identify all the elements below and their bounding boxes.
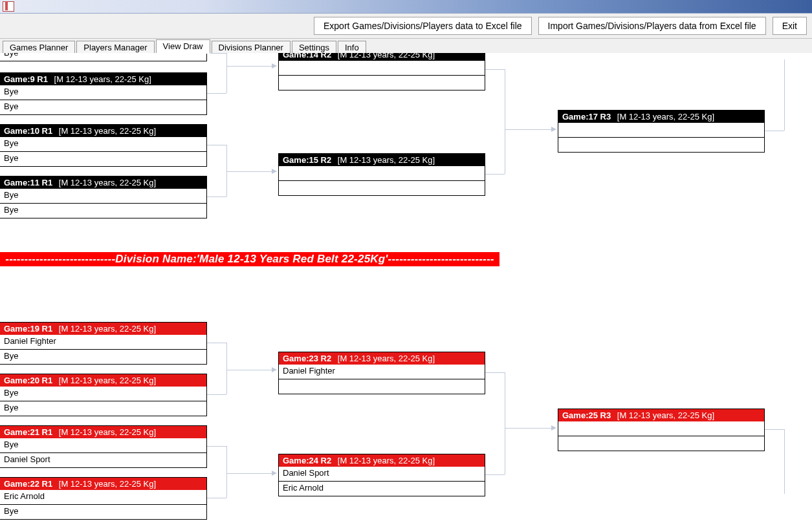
arrow-right-icon bbox=[272, 169, 277, 174]
game-title: Game:17 R3 bbox=[562, 112, 611, 122]
game-category: [M 12-13 years, 22-25 Kg] bbox=[54, 74, 151, 84]
game-title: Game:25 R3 bbox=[562, 410, 611, 420]
game-24-box[interactable]: Game:24 R2 [M 12-13 years, 22-25 Kg] Dan… bbox=[278, 454, 485, 496]
game-category: [M 12-13 years, 22-25 Kg] bbox=[59, 376, 156, 385]
tab-games-planner[interactable]: Games Planner bbox=[3, 41, 75, 54]
player-slot: Eric Arnold bbox=[0, 490, 206, 505]
connector bbox=[485, 372, 505, 373]
game-title: Game:22 R1 bbox=[4, 479, 52, 489]
game-category: [M 12-13 years, 22-25 Kg] bbox=[59, 427, 156, 437]
game-box[interactable]: Bye bbox=[0, 53, 207, 61]
tab-info[interactable]: Info bbox=[338, 41, 366, 54]
player-slot bbox=[558, 138, 764, 152]
connector bbox=[485, 474, 505, 475]
player-slot: Bye bbox=[0, 189, 206, 204]
player-slot: Daniel Sport bbox=[279, 467, 485, 482]
connector bbox=[207, 93, 226, 94]
arrow-right-icon bbox=[272, 471, 277, 476]
game-header: Game:9 R1 [M 12-13 years, 22-25 Kg] bbox=[0, 73, 206, 85]
game-17-box[interactable]: Game:17 R3 [M 12-13 years, 22-25 Kg] bbox=[558, 110, 765, 153]
player-slot: Bye bbox=[0, 137, 206, 152]
division-banner: -----------------------------Division Na… bbox=[0, 252, 499, 266]
connector bbox=[226, 171, 272, 172]
game-header: Game:19 R1 [M 12-13 years, 22-25 Kg] bbox=[0, 323, 206, 335]
game-15-box[interactable]: Game:15 R2 [M 12-13 years, 22-25 Kg] bbox=[278, 153, 485, 196]
game-header: Game:14 R2 [M 12-13 years, 22-25 Kg] bbox=[279, 53, 485, 61]
game-title: Game:21 R1 bbox=[4, 427, 52, 437]
game-category: [M 12-13 years, 22-25 Kg] bbox=[338, 155, 435, 165]
arrow-right-icon bbox=[272, 367, 277, 372]
game-20-box[interactable]: Game:20 R1 [M 12-13 years, 22-25 Kg] Bye… bbox=[0, 374, 207, 416]
player-slot: Bye bbox=[0, 438, 206, 453]
tab-settings[interactable]: Settings bbox=[292, 41, 336, 54]
toolbar: Export Games/Divisions/Players data to E… bbox=[0, 14, 812, 39]
player-slot bbox=[558, 436, 764, 451]
game-category: [M 12-13 years, 22-25 Kg] bbox=[617, 410, 714, 420]
connector bbox=[207, 145, 226, 145]
tab-divisions-planner[interactable]: Divisions Planner bbox=[212, 41, 291, 54]
game-title: Game:15 R2 bbox=[283, 155, 331, 165]
game-header: Game:10 R1 [M 12-13 years, 22-25 Kg] bbox=[0, 125, 206, 137]
game-title: Game:9 R1 bbox=[4, 74, 48, 84]
player-slot: Bye bbox=[0, 350, 206, 364]
connector bbox=[505, 428, 551, 429]
player-slot: Bye bbox=[0, 85, 206, 100]
game-11-box[interactable]: Game:11 R1 [M 12-13 years, 22-25 Kg] Bye… bbox=[0, 176, 207, 218]
game-9-box[interactable]: Game:9 R1 [M 12-13 years, 22-25 Kg] Bye … bbox=[0, 72, 207, 115]
game-25-box[interactable]: Game:25 R3 [M 12-13 years, 22-25 Kg] bbox=[558, 409, 765, 451]
connector bbox=[207, 343, 226, 343]
connector bbox=[784, 429, 785, 494]
window-titlebar bbox=[0, 0, 812, 14]
player-slot bbox=[279, 76, 485, 90]
game-title: Game:23 R2 bbox=[283, 354, 331, 363]
player-slot bbox=[279, 181, 485, 195]
connector bbox=[207, 53, 226, 54]
arrow-right-icon bbox=[551, 425, 556, 431]
game-category: [M 12-13 years, 22-25 Kg] bbox=[59, 126, 156, 136]
player-slot: Bye bbox=[0, 505, 206, 519]
player-slot: Daniel Fighter bbox=[0, 335, 206, 350]
game-category: [M 12-13 years, 22-25 Kg] bbox=[59, 324, 156, 334]
game-header: Game:20 R1 [M 12-13 years, 22-25 Kg] bbox=[0, 374, 206, 387]
game-header: Game:25 R3 [M 12-13 years, 22-25 Kg] bbox=[558, 409, 764, 421]
import-button[interactable]: Import Games/Divisions/Players data from… bbox=[538, 17, 766, 35]
player-slot: Bye bbox=[0, 204, 206, 218]
player-slot: Bye bbox=[0, 53, 206, 61]
game-title: Game:24 R2 bbox=[283, 456, 331, 465]
connector bbox=[226, 66, 272, 67]
tabbar: Games Planner Players Manager View Draw … bbox=[0, 39, 812, 54]
export-button[interactable]: Export Games/Divisions/Players data to E… bbox=[314, 17, 532, 35]
tab-players-manager[interactable]: Players Manager bbox=[76, 41, 154, 54]
connector bbox=[207, 394, 226, 395]
player-slot: Daniel Fighter bbox=[279, 365, 485, 379]
game-title: Game:10 R1 bbox=[4, 126, 52, 136]
connector bbox=[784, 59, 785, 131]
game-23-box[interactable]: Game:23 R2 [M 12-13 years, 22-25 Kg] Dan… bbox=[278, 352, 485, 394]
tab-view-draw[interactable]: View Draw bbox=[156, 39, 210, 54]
game-category: [M 12-13 years, 22-25 Kg] bbox=[338, 456, 435, 465]
connector bbox=[207, 197, 226, 197]
player-slot bbox=[558, 123, 764, 138]
connector bbox=[207, 498, 226, 498]
game-10-box[interactable]: Game:10 R1 [M 12-13 years, 22-25 Kg] Bye… bbox=[0, 124, 207, 167]
game-22-box[interactable]: Game:22 R1 [M 12-13 years, 22-25 Kg] Eri… bbox=[0, 477, 207, 520]
connector bbox=[226, 145, 227, 197]
player-slot bbox=[279, 379, 485, 394]
game-21-box[interactable]: Game:21 R1 [M 12-13 years, 22-25 Kg] Bye… bbox=[0, 425, 207, 468]
exit-button[interactable]: Exit bbox=[773, 17, 807, 35]
connector bbox=[226, 53, 227, 93]
bracket-canvas[interactable]: Bye Game:9 R1 [M 12-13 years, 22-25 Kg] … bbox=[0, 53, 812, 521]
game-14-box[interactable]: Game:14 R2 [M 12-13 years, 22-25 Kg] bbox=[278, 53, 485, 90]
player-slot: Eric Arnold bbox=[279, 482, 485, 496]
player-slot bbox=[279, 61, 485, 76]
player-slot bbox=[558, 421, 764, 436]
game-header: Game:24 R2 [M 12-13 years, 22-25 Kg] bbox=[279, 454, 485, 467]
game-header: Game:21 R1 [M 12-13 years, 22-25 Kg] bbox=[0, 426, 206, 438]
game-title: Game:14 R2 bbox=[283, 53, 331, 59]
game-title: Game:20 R1 bbox=[4, 376, 52, 385]
connector bbox=[226, 446, 227, 498]
connector bbox=[765, 131, 784, 131]
connector bbox=[226, 370, 272, 370]
app-icon bbox=[3, 1, 14, 12]
game-19-box[interactable]: Game:19 R1 [M 12-13 years, 22-25 Kg] Dan… bbox=[0, 322, 207, 365]
